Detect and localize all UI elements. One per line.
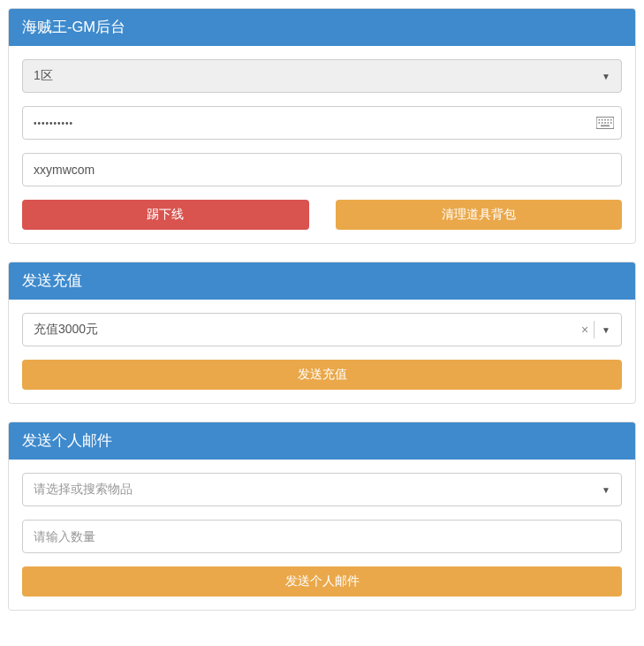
username-input[interactable] xyxy=(22,153,622,186)
clear-bag-button[interactable]: 清理道具背包 xyxy=(336,200,623,230)
gm-panel-body: 1区 ▼ •••••••••• 踢下线 清理道具背包 xyxy=(9,46,635,243)
chevron-down-icon: ▼ xyxy=(602,485,610,495)
recharge-panel: 发送充值 充值3000元 × ▼ 发送充值 xyxy=(8,262,636,404)
item-select-placeholder: 请选择或搜索物品 xyxy=(34,482,133,498)
clear-icon[interactable]: × xyxy=(581,323,588,337)
zone-select[interactable]: 1区 ▼ xyxy=(22,59,622,93)
recharge-panel-title: 发送充值 xyxy=(9,262,635,300)
quantity-input[interactable] xyxy=(22,520,622,553)
kick-offline-button[interactable]: 踢下线 xyxy=(22,200,309,230)
svg-rect-6 xyxy=(599,122,601,124)
password-value: •••••••••• xyxy=(34,118,589,128)
item-select[interactable]: 请选择或搜索物品 ▼ xyxy=(22,473,622,506)
chevron-down-icon: ▼ xyxy=(602,72,610,81)
send-recharge-button[interactable]: 发送充值 xyxy=(22,360,622,390)
svg-rect-1 xyxy=(599,119,601,121)
keyboard-icon xyxy=(596,117,614,129)
svg-rect-4 xyxy=(608,119,610,121)
svg-rect-10 xyxy=(610,122,612,124)
chevron-down-icon: ▼ xyxy=(594,321,610,338)
recharge-select-value: 充值3000元 xyxy=(34,322,98,338)
send-mail-button[interactable]: 发送个人邮件 xyxy=(22,566,622,597)
mail-panel-body: 请选择或搜索物品 ▼ 发送个人邮件 xyxy=(9,460,635,610)
svg-rect-7 xyxy=(602,122,603,124)
gm-button-row: 踢下线 清理道具背包 xyxy=(22,200,622,230)
zone-select-value: 1区 xyxy=(34,68,53,84)
mail-panel: 发送个人邮件 请选择或搜索物品 ▼ 发送个人邮件 xyxy=(8,422,636,611)
gm-panel-title: 海贼王-GM后台 xyxy=(9,9,635,46)
password-input[interactable]: •••••••••• xyxy=(22,106,622,140)
svg-rect-11 xyxy=(601,125,610,127)
recharge-panel-body: 充值3000元 × ▼ 发送充值 xyxy=(9,300,635,403)
mail-panel-title: 发送个人邮件 xyxy=(9,422,635,460)
recharge-select-controls: × ▼ xyxy=(581,321,610,338)
svg-rect-9 xyxy=(608,122,610,124)
gm-panel: 海贼王-GM后台 1区 ▼ •••••••••• xyxy=(8,8,636,244)
svg-rect-2 xyxy=(602,119,603,121)
svg-rect-3 xyxy=(604,119,606,121)
svg-rect-8 xyxy=(604,122,606,124)
svg-rect-5 xyxy=(610,119,612,121)
recharge-select[interactable]: 充值3000元 × ▼ xyxy=(22,313,622,346)
